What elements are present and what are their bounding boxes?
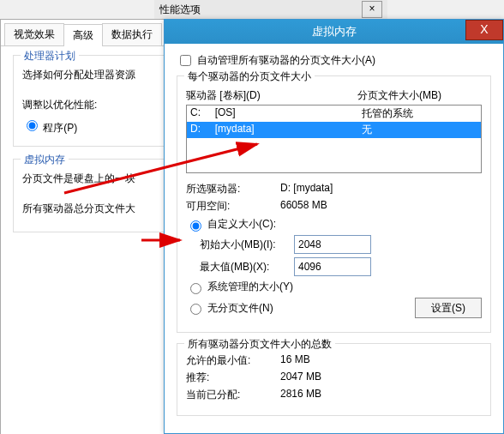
radio-custom-size-label: 自定义大小(C): <box>207 217 276 232</box>
tab-visual-effects[interactable]: 视觉效果 <box>4 23 64 45</box>
per-drive-title: 每个驱动器的分页文件大小 <box>184 69 315 84</box>
col-size: 分页文件大小(MB) <box>357 88 482 103</box>
size-cell: 无 <box>362 123 477 137</box>
totals-group: 所有驱动器分页文件大小的总数 允许的最小值: 16 MB 推荐: 2047 MB… <box>177 343 491 416</box>
list-item[interactable]: D: [mydata] 无 <box>187 122 481 138</box>
tab-advanced[interactable]: 高级 <box>63 24 103 46</box>
per-drive-group: 每个驱动器的分页文件大小 驱动器 [卷标](D) 分页文件大小(MB) C: [… <box>177 75 491 333</box>
cur-value: 2816 MB <box>280 388 482 402</box>
min-label: 允许的最小值: <box>186 353 280 368</box>
free-space-label: 可用空间: <box>186 199 280 214</box>
auto-manage-checkbox[interactable] <box>180 55 191 66</box>
max-size-input[interactable] <box>294 257 371 276</box>
performance-options-label: 性能选项 <box>159 3 201 17</box>
selected-drive-label: 所选驱动器: <box>186 182 280 196</box>
free-space-value: 66058 MB <box>280 199 482 214</box>
size-cell: 托管的系统 <box>362 106 477 121</box>
radio-no-paging[interactable] <box>190 304 201 315</box>
list-item[interactable]: C: [OS] 托管的系统 <box>187 105 481 122</box>
rec-value: 2047 MB <box>280 371 482 385</box>
col-drive: 驱动器 [卷标](D) <box>186 88 357 103</box>
drive-cell: C: [OS] <box>190 106 362 121</box>
selected-drive-value: D: [mydata] <box>280 182 482 196</box>
cur-label: 当前已分配: <box>186 388 280 402</box>
max-size-label: 最大值(MB)(X): <box>200 260 294 274</box>
virtual-memory-title-back: 虚拟内存 <box>21 153 69 167</box>
auto-manage-label: 自动管理所有驱动器的分页文件大小(A) <box>197 53 375 68</box>
initial-size-input[interactable] <box>294 235 371 254</box>
initial-size-label: 初始大小(MB)(I): <box>200 238 294 252</box>
min-value: 16 MB <box>280 353 482 368</box>
radio-programs-input[interactable] <box>27 120 38 131</box>
close-button[interactable]: X <box>465 20 503 40</box>
totals-title: 所有驱动器分页文件大小的总数 <box>184 337 335 352</box>
performance-options-close[interactable]: × <box>362 1 382 18</box>
virtual-memory-dialog: 虚拟内存 X 自动管理所有驱动器的分页文件大小(A) 每个驱动器的分页文件大小 … <box>164 19 504 434</box>
radio-system-managed[interactable] <box>190 283 201 294</box>
rec-label: 推荐: <box>186 371 280 385</box>
dialog-titlebar[interactable]: 虚拟内存 X <box>165 20 503 44</box>
radio-system-managed-label: 系统管理的大小(Y) <box>207 280 293 294</box>
set-button[interactable]: 设置(S) <box>415 298 482 318</box>
drive-listbox[interactable]: C: [OS] 托管的系统 D: [mydata] 无 <box>186 105 482 173</box>
radio-no-paging-label: 无分页文件(N) <box>207 301 273 316</box>
dialog-title: 虚拟内存 <box>312 24 357 39</box>
tab-dep[interactable]: 数据执行 <box>102 23 162 45</box>
drive-cell: D: [mydata] <box>190 123 362 137</box>
radio-custom-size[interactable] <box>190 220 201 232</box>
radio-programs-label: 程序(P) <box>43 122 77 134</box>
processor-scheduling-title: 处理器计划 <box>21 49 79 63</box>
radio-programs[interactable]: 程序(P) <box>22 122 77 134</box>
performance-options-strip: 性能选项 × <box>154 0 387 20</box>
